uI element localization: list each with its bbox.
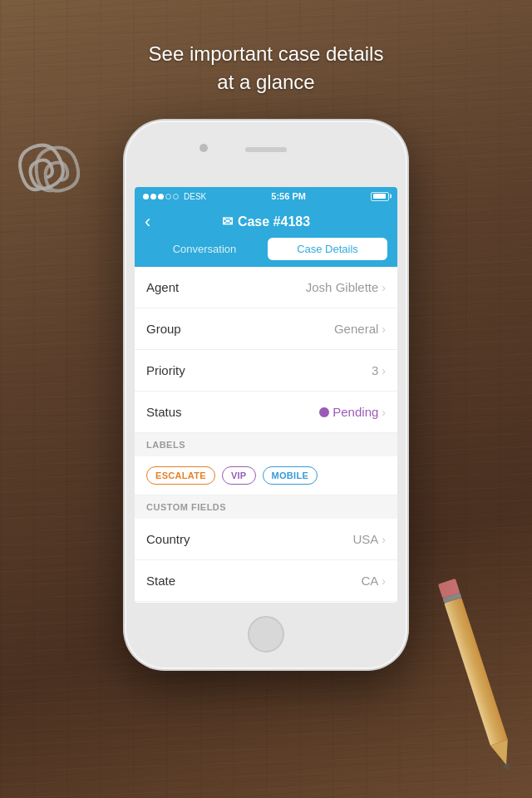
state-chevron: › xyxy=(382,574,386,588)
case-title: Case #4183 xyxy=(238,214,310,229)
state-row[interactable]: State CA › xyxy=(135,560,397,602)
priority-value-group: 3 › xyxy=(372,363,386,377)
phone-camera xyxy=(200,144,208,152)
mail-icon: ✉ xyxy=(222,214,233,229)
tab-conversation[interactable]: Conversation xyxy=(145,238,264,260)
status-label: Status xyxy=(146,405,182,419)
status-value: Pending xyxy=(332,405,378,419)
country-chevron: › xyxy=(382,533,386,546)
group-value-group: General › xyxy=(334,322,386,336)
labels-container: ESCALATE VIP MOBILE xyxy=(135,456,397,495)
priority-value: 3 xyxy=(372,363,378,377)
agent-value: Josh Giblette xyxy=(306,280,379,294)
tab-bar: Conversation Case Details xyxy=(135,238,397,267)
paperclip-decoration xyxy=(7,125,98,200)
agent-label: Agent xyxy=(146,280,179,294)
app-container: DESK 5:56 PM ‹ ✉ Case #4183 xyxy=(135,187,397,603)
pencil-decoration xyxy=(438,579,515,767)
agent-row[interactable]: Agent Josh Giblette › xyxy=(135,267,397,308)
signal-dot-1 xyxy=(143,194,149,200)
battery-fill xyxy=(373,194,386,199)
agent-value-group: Josh Giblette › xyxy=(306,280,386,294)
signal-dot-5 xyxy=(173,194,179,200)
country-row[interactable]: Country USA › xyxy=(135,519,397,560)
status-row[interactable]: Status Pending › xyxy=(135,392,397,433)
country-value-group: USA › xyxy=(352,532,386,546)
status-bar-left: DESK xyxy=(143,192,206,201)
country-label: Country xyxy=(146,532,190,546)
group-chevron: › xyxy=(382,323,386,336)
label-mobile[interactable]: MOBILE xyxy=(263,466,318,485)
headline: See important case details at a glance xyxy=(0,40,532,96)
custom-fields-section-header: CUSTOM FIELDS xyxy=(135,495,397,519)
tab-case-details[interactable]: Case Details xyxy=(268,238,387,260)
signal-dot-4 xyxy=(165,194,171,200)
group-row[interactable]: Group General › xyxy=(135,308,397,350)
nav-title: ✉ Case #4183 xyxy=(222,214,310,229)
agent-chevron: › xyxy=(382,281,386,294)
phone-screen: DESK 5:56 PM ‹ ✉ Case #4183 xyxy=(135,187,397,603)
content-area: Agent Josh Giblette › Group General › xyxy=(135,267,397,603)
carrier-text: DESK xyxy=(184,192,206,201)
priority-label: Priority xyxy=(146,363,185,377)
signal-dot-3 xyxy=(158,194,164,200)
state-value: CA xyxy=(361,574,378,588)
pending-dot xyxy=(319,407,329,417)
phone-speaker xyxy=(245,147,287,152)
phone-mockup: DESK 5:56 PM ‹ ✉ Case #4183 xyxy=(125,121,407,669)
status-chevron: › xyxy=(382,406,386,419)
country-value: USA xyxy=(352,532,378,546)
status-bar-right xyxy=(371,192,389,201)
phone-shell: DESK 5:56 PM ‹ ✉ Case #4183 xyxy=(125,121,407,669)
labels-section-header: LABELS xyxy=(135,433,397,456)
state-value-group: CA › xyxy=(361,574,386,588)
back-button[interactable]: ‹ xyxy=(145,213,150,231)
nav-bar: ‹ ✉ Case #4183 xyxy=(135,205,397,238)
status-value-group: Pending › xyxy=(319,405,386,419)
priority-chevron: › xyxy=(382,364,386,377)
group-value: General xyxy=(334,322,378,336)
label-vip[interactable]: VIP xyxy=(222,466,256,485)
phone-home-button[interactable] xyxy=(248,616,284,653)
battery-icon xyxy=(371,192,389,201)
order-number-row[interactable]: Order Number #37649254 › xyxy=(135,602,397,603)
label-escalate[interactable]: ESCALATE xyxy=(146,466,215,485)
group-label: Group xyxy=(146,322,181,336)
status-bar-time: 5:56 PM xyxy=(271,191,306,201)
status-bar: DESK 5:56 PM xyxy=(135,187,397,205)
state-label: State xyxy=(146,574,175,588)
priority-row[interactable]: Priority 3 › xyxy=(135,350,397,392)
signal-dot-2 xyxy=(150,194,156,200)
